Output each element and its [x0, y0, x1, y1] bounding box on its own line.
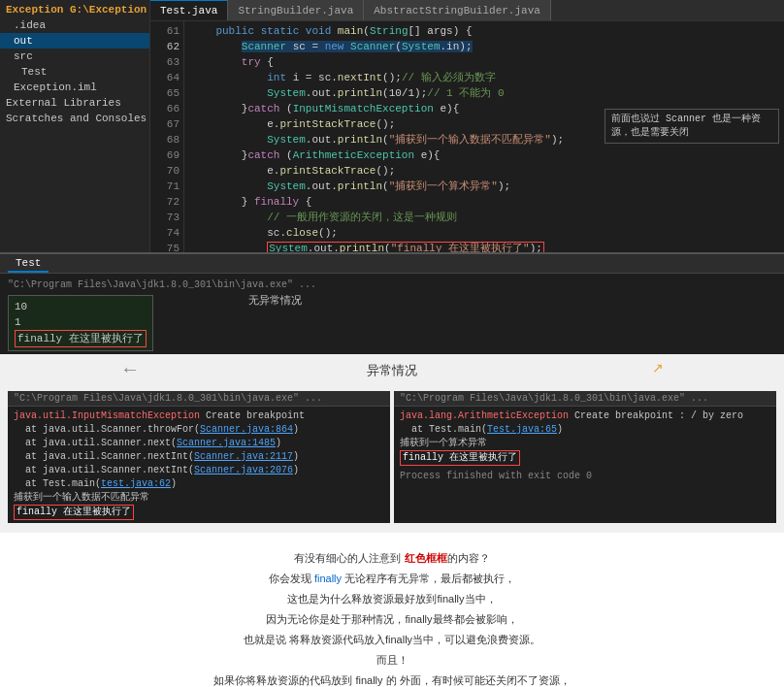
bottom-text-section: 有没有细心的人注意到 红色框框的内容？ 你会发现 finally 无论程序有无异…: [0, 533, 784, 687]
sidebar-item-exception[interactable]: Exception G:\Exception: [0, 2, 149, 17]
tab-test-java[interactable]: Test.java: [150, 0, 228, 20]
exc-left-header: "C:\Program Files\Java\jdk1.8.0_301\bin\…: [8, 391, 390, 407]
sidebar-item-idea[interactable]: .idea: [0, 17, 149, 33]
text-line-1: 有没有细心的人注意到 红色框框的内容？: [29, 548, 755, 568]
code-line-69: }catch (ArithmeticException e){: [190, 147, 778, 163]
exception-panel-left: "C:\Program Files\Java\jdk1.8.0_301\bin\…: [8, 391, 390, 523]
ide-top-section: Exception G:\Exception .idea out src Tes…: [0, 0, 784, 252]
exc-right-header: "C:\Program Files\Java\jdk1.8.0_301\bin\…: [394, 391, 776, 407]
code-line-63: try {: [190, 54, 778, 70]
exc-right-line-1: java.lang.ArithmeticException Create bre…: [400, 409, 770, 423]
exc-left-line-2: at java.util.Scanner.throwFor(Scanner.ja…: [14, 423, 384, 437]
arrow-left-icon: ←: [120, 358, 140, 380]
text-line-4: 因为无论你是处于那种情况，finally最终都会被影响，: [29, 609, 755, 629]
code-line-70: e.printStackTrace();: [190, 163, 778, 179]
console-output-box: 10 1 finally 在这里被执行了: [8, 295, 153, 351]
text-line-6: 而且！: [29, 650, 755, 670]
tab-stringbuilder[interactable]: StringBuilder.java: [228, 0, 364, 20]
code-line-73: // 一般用作资源的关闭，这是一种规则: [190, 210, 778, 225]
code-line-61: public static void main(String[] args) {: [190, 23, 778, 39]
code-line-65: System.out.println(10/1);// 1 不能为 0: [190, 85, 778, 101]
code-line-75: System.out.println("finally 在这里被执行了");: [190, 241, 778, 252]
sidebar-item-exception-iml[interactable]: Exception.iml: [0, 80, 149, 95]
sidebar-item-scratches[interactable]: Scratches and Consoles: [0, 111, 149, 126]
console-tab-bar: Test: [0, 254, 784, 274]
output-finally: finally 在这里被执行了: [15, 330, 147, 347]
sidebar-item-out[interactable]: out: [0, 33, 149, 49]
code-line-72: } finally {: [190, 194, 778, 210]
console-tab-test[interactable]: Test: [8, 255, 49, 273]
exc-right-process: Process finished with exit code 0: [400, 470, 770, 483]
exc-right-finally: finally 在这里被执行了: [400, 450, 770, 466]
tab-abstract-stringbuilder[interactable]: AbstractStringBuilder.java: [364, 0, 551, 20]
exc-left-line-3: at java.util.Scanner.next(Scanner.java:1…: [14, 437, 384, 450]
code-annotation: 前面也说过 Scanner 也是一种资源，也是需要关闭: [604, 109, 779, 144]
exception-section: ← 异常情况 ↗ "C:\Program Files\Java\jdk1.8.0…: [0, 354, 784, 533]
exception-panels: "C:\Program Files\Java\jdk1.8.0_301\bin\…: [4, 383, 780, 527]
exc-right-catch-msg: 捕获到一个算术异常: [400, 437, 770, 450]
project-sidebar: Exception G:\Exception .idea out src Tes…: [0, 0, 150, 252]
output-line-1: 1: [15, 314, 147, 330]
code-line-74: sc.close();: [190, 225, 778, 241]
arrow-right-icon: ↗: [652, 360, 664, 376]
console-path: "C:\Program Files\Java\jdk1.8.0_301\bin\…: [8, 278, 776, 293]
exc-right-line-2: at Test.main(Test.java:65): [400, 423, 770, 437]
sidebar-item-src[interactable]: src: [0, 49, 149, 64]
exc-left-finally: finally 在这里被执行了: [14, 505, 384, 520]
sidebar-item-external-libraries[interactable]: External Libraries: [0, 95, 149, 111]
exc-right-content: java.lang.ArithmeticException Create bre…: [394, 407, 776, 486]
code-line-62: Scanner sc = new Scanner(System.in);: [190, 39, 778, 54]
editor-tab-bar: Test.java StringBuilder.java AbstractStr…: [150, 0, 784, 21]
exc-left-line-6: at Test.main(test.java:62): [14, 477, 384, 491]
exc-left-line-4: at java.util.Scanner.nextInt(Scanner.jav…: [14, 450, 384, 464]
code-editor: 61 62 63 64 65 66 67 68 69 70 71 72 73 7…: [150, 21, 784, 252]
text-line-3: 这也是为什么释放资源最好放到finally当中，: [29, 589, 755, 608]
output-line-10: 10: [15, 299, 147, 314]
code-line-64: int i = sc.nextInt();// 输入必须为数字: [190, 70, 778, 85]
no-exception-label: 无异常情况: [248, 293, 302, 309]
sidebar-item-test[interactable]: Test: [0, 64, 149, 80]
console-area: Test "C:\Program Files\Java\jdk1.8.0_301…: [0, 252, 784, 354]
exc-left-catch-msg: 捕获到一个输入数据不匹配异常: [14, 491, 384, 505]
line-numbers: 61 62 63 64 65 66 67 68 69 70 71 72 73 7…: [150, 21, 184, 252]
text-line-7: 如果你将释放资源的代码放到 finally 的 外面，有时候可能还关闭不了资源，: [29, 671, 755, 687]
exception-panel-right: "C:\Program Files\Java\jdk1.8.0_301\bin\…: [394, 391, 776, 523]
code-line-71: System.out.println("捕获到一个算术异常");: [190, 179, 778, 194]
text-line-2: 你会发现 finally 无论程序有无异常，最后都被执行，: [29, 569, 755, 588]
exception-label: 异常情况: [367, 363, 417, 377]
exc-left-line-5: at java.util.Scanner.nextInt(Scanner.jav…: [14, 464, 384, 477]
exc-left-line-1: java.util.InputMismatchException Create …: [14, 409, 384, 423]
exception-section-header: ← 异常情况 ↗: [4, 362, 780, 379]
text-line-5: 也就是说 将释放资源代码放入finally当中，可以避免浪费资源。: [29, 630, 755, 649]
exc-left-content: java.util.InputMismatchException Create …: [8, 407, 390, 523]
